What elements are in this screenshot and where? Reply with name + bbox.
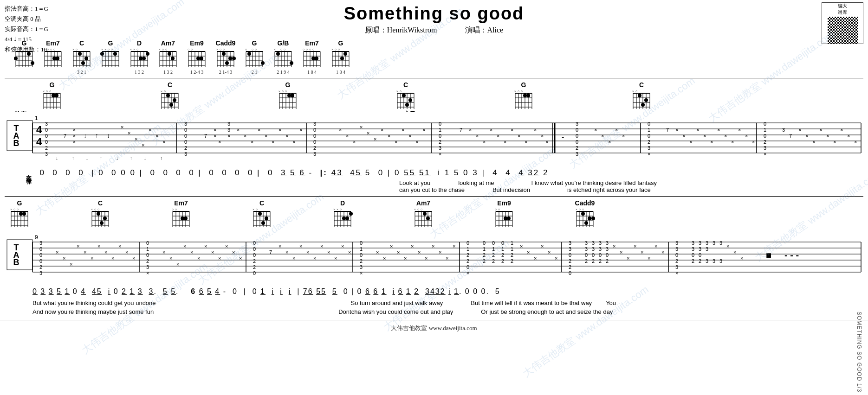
svg-text:×: × [91,208,93,211]
svg-point-538 [504,217,507,220]
svg-point-154 [290,61,293,65]
svg-text:×: × [214,127,216,133]
svg-text:×: × [333,208,335,211]
svg-text:×: × [840,127,843,133]
svg-text:2: 2 [511,252,513,258]
svg-point-92 [168,52,171,56]
chord-Am7-1: Am7 × ○ ○ 1 3 2 [158,39,178,75]
svg-text:1: 1 [511,246,513,252]
svg-point-554 [588,217,591,220]
svg-text:7: 7 [204,133,207,139]
svg-text:×: × [689,139,692,145]
svg-text:×: × [601,133,604,139]
lyric-2c: is etched right across your face [567,186,651,193]
svg-text:○: ○ [188,48,189,51]
svg-text:3: 3 [599,240,602,246]
svg-text:×: × [274,48,276,51]
svg-text:0: 0 [184,139,187,145]
svg-point-509 [345,217,349,220]
svg-text:0: 0 [39,246,42,252]
svg-text:2: 2 [675,258,678,264]
svg-text:×: × [615,127,618,133]
melody-label: 主旋律 [9,170,32,176]
svg-text:0: 0 [569,270,571,276]
svg-text:×: × [847,133,850,139]
guitar-tab-staff-2: T A B 9 3 0 0 0 2 3 × × × × × × [0,231,868,286]
svg-text:3: 3 [706,246,708,252]
svg-text:3: 3 [675,240,678,246]
svg-point-76 [142,57,146,60]
svg-point-44 [78,52,82,56]
svg-text:↓: ↓ [86,156,88,161]
svg-text:2: 2 [253,264,256,270]
svg-text:1: 1 [146,246,149,252]
svg-text:×: × [703,133,706,139]
svg-text:○: ○ [164,89,166,93]
svg-text:0: 0 [39,252,42,258]
svg-text:0: 0 [184,127,187,133]
lyric-4a: And now you're thinking maybe just some … [32,308,154,315]
svg-text:↑: ↑ [72,156,74,161]
svg-text:2: 2 [146,258,149,264]
svg-text:×: × [418,249,421,255]
svg-text:0: 0 [313,133,316,139]
svg-text:2: 2 [699,258,701,264]
svg-point-185 [343,52,347,56]
svg-text:×: × [627,255,629,261]
lyric-3c: But time will tell if it was meant to be… [471,299,592,306]
svg-text:○: ○ [521,89,523,93]
original-singer: 原唱：HenrikWikstrom [365,25,437,35]
svg-text:3: 3 [692,246,694,252]
svg-text:×: × [77,243,79,249]
svg-text:×: × [279,127,281,133]
svg-text:×: × [101,48,103,51]
svg-text:0: 0 [692,252,694,258]
svg-text:○: ○ [635,89,637,93]
svg-text:×: × [415,139,418,145]
svg-text:○: ○ [338,48,340,51]
svg-text:×: × [414,208,416,211]
svg-text:2: 2 [483,252,486,258]
svg-text:×: × [745,133,748,139]
svg-text:3: 3 [39,270,42,276]
svg-text:×: × [648,151,650,157]
svg-text:×: × [265,133,267,139]
page-header: Something so good 原唱：HenrikWikstrom 演唱：A… [0,0,868,36]
svg-text:×: × [425,255,428,261]
svg-text:×: × [211,249,214,255]
svg-text:3: 3 [592,246,595,252]
svg-text:×: × [548,249,551,255]
svg-text:○: ○ [172,208,174,211]
svg-text:×: × [476,133,479,139]
svg-text:0: 0 [606,252,609,258]
svg-text:0: 0 [45,127,48,133]
svg-text:×: × [133,48,135,51]
svg-text:2: 2 [648,139,650,145]
svg-text:×: × [334,255,337,261]
svg-text:0: 0 [466,264,469,270]
melody-row-2: 0 3 3 5 1 0 4 45 i 0 2 1 3 3. 5 5. 6 6 5… [0,286,868,298]
svg-point-139 [261,61,265,65]
svg-text:×: × [490,127,492,133]
svg-text:×: × [404,255,407,261]
svg-text:×: × [654,243,657,249]
svg-point-479 [184,217,188,220]
lyrics-row-1: Look at you looking at me I know what yo… [0,179,868,186]
svg-text:×: × [738,127,741,133]
svg-text:×: × [118,243,121,249]
svg-text:2: 2 [599,258,602,264]
svg-text:×: × [73,133,76,139]
svg-text:1: 1 [466,246,469,252]
chord-row2-G3: G × ○ ○ [513,81,534,111]
svg-text:○: ○ [400,89,402,93]
lyric-2b: But indecision [492,186,530,193]
svg-text:2: 2 [501,258,504,264]
svg-text:○: ○ [340,208,342,211]
svg-text:×: × [805,133,808,139]
svg-text:0: 0 [45,133,48,139]
svg-text:3: 3 [782,127,785,133]
chord-Cadd9-1: Cadd9 × ○ ○ 2 1-4 3 [215,39,236,75]
svg-point-123 [225,61,229,65]
svg-text:3: 3 [764,145,766,151]
svg-text:×: × [121,124,123,130]
